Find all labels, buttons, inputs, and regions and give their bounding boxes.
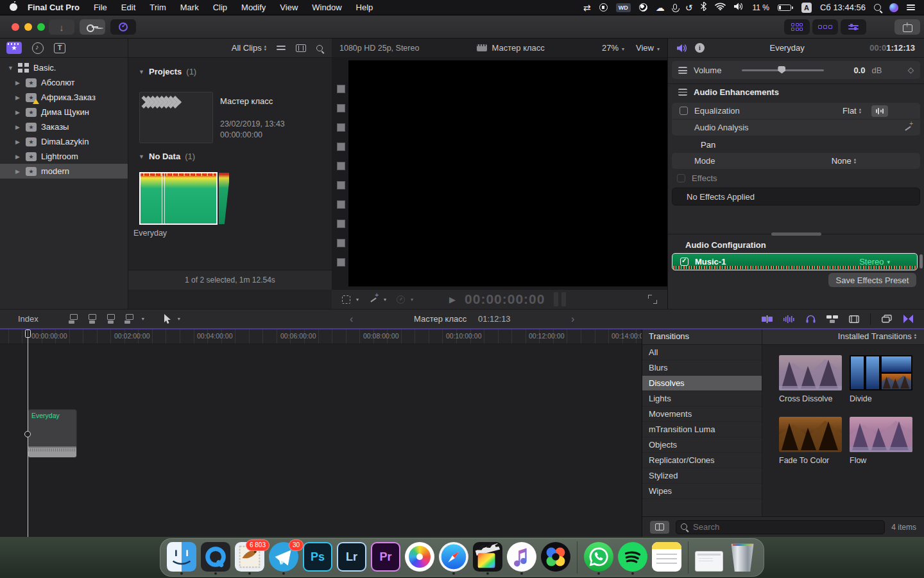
save-effects-preset-button[interactable]: Save Effects Preset: [828, 273, 916, 287]
filmstrip-view-icon[interactable]: [296, 44, 306, 52]
dock-minimized-window[interactable]: [695, 542, 723, 575]
equalization-checkbox[interactable]: [680, 107, 688, 115]
nodata-section-header[interactable]: ▼ No Data (1): [139, 152, 195, 161]
notification-center-icon[interactable]: [907, 4, 915, 10]
close-window-button[interactable]: [12, 23, 19, 31]
disclosure-closed-icon[interactable]: ▶: [15, 153, 21, 160]
play-button[interactable]: ▶: [449, 295, 456, 304]
audio-inspector-icon[interactable]: [677, 44, 689, 53]
index-button[interactable]: Index: [18, 314, 38, 324]
project-thumbnail[interactable]: [139, 92, 213, 143]
crop-tool-icon[interactable]: [342, 295, 350, 304]
volume-slider[interactable]: [742, 69, 824, 71]
spotlight-icon[interactable]: [874, 4, 881, 11]
event-row[interactable]: ▶ DimaLazykin: [0, 134, 128, 149]
dock-lightroom[interactable]: [337, 542, 366, 575]
transition-divide-thumb[interactable]: [850, 355, 912, 390]
microphone-icon[interactable]: [673, 4, 677, 10]
timeline-ruler[interactable]: 00:00:00:00 00:02:00:00 00:04:00:00 00:0…: [0, 328, 642, 344]
toggle-timeline-button[interactable]: [812, 19, 838, 35]
dock-photos[interactable]: [405, 542, 434, 575]
share-button[interactable]: [894, 19, 920, 35]
menu-modify[interactable]: Modify: [234, 3, 273, 12]
category-mtransition-luma[interactable]: mTransition Luma: [642, 422, 762, 437]
parameter-menu-icon[interactable]: [678, 67, 687, 74]
wd-drive-icon[interactable]: WD: [616, 3, 631, 12]
channel-checkbox[interactable]: [680, 258, 689, 266]
installed-transitions-dropdown[interactable]: Installed Transitions ▴▾: [762, 328, 924, 345]
playhead-handle[interactable]: [25, 329, 31, 338]
dock-trash[interactable]: [728, 542, 757, 575]
volume-icon[interactable]: [734, 3, 744, 12]
projects-section-header[interactable]: ▼ Projects (1): [139, 67, 196, 76]
auto-enhance-wand-icon[interactable]: [903, 123, 912, 132]
pause-status-icon[interactable]: [599, 3, 608, 12]
splitter-handle[interactable]: [771, 232, 821, 236]
pan-mode-dropdown[interactable]: None ▴▾: [832, 156, 856, 166]
parameter-menu-icon[interactable]: [678, 89, 687, 96]
audio-skimming-icon[interactable]: [783, 315, 795, 323]
disclosure-closed-icon[interactable]: ▶: [15, 139, 21, 145]
category-wipes[interactable]: Wipes: [642, 484, 762, 499]
video-canvas[interactable]: [348, 60, 667, 286]
info-inspector-icon[interactable]: i: [695, 43, 705, 53]
toggle-inspector-button[interactable]: [841, 19, 866, 35]
eq-editor-button[interactable]: [871, 105, 888, 117]
input-source-icon[interactable]: A: [801, 3, 812, 13]
disclosure-closed-icon[interactable]: ▶: [15, 94, 21, 101]
snapping-icon[interactable]: [826, 315, 838, 323]
menu-window[interactable]: Window: [305, 3, 348, 12]
dock-quicktime[interactable]: [201, 542, 230, 575]
inspector-scrollbar[interactable]: [920, 254, 923, 268]
effects-checkbox[interactable]: [677, 174, 685, 182]
category-stylized[interactable]: Stylized: [642, 468, 762, 484]
trim-tool-icon[interactable]: [762, 315, 773, 323]
event-row[interactable]: ▶ Заказы: [0, 119, 128, 134]
menu-help[interactable]: Help: [349, 3, 381, 12]
menu-clock[interactable]: Сб 13:44:56: [820, 3, 866, 12]
disclosure-open-icon[interactable]: ▼: [8, 65, 13, 71]
equalization-dropdown[interactable]: Flat ▴▾: [843, 106, 861, 116]
pane-splitter[interactable]: [668, 234, 924, 234]
tool-selector-dropdown[interactable]: ▾: [164, 314, 180, 324]
disclosure-closed-icon[interactable]: ▶: [15, 109, 21, 116]
event-row[interactable]: ▶ Африка.Заказ: [0, 90, 128, 105]
volume-slider-thumb[interactable]: [778, 66, 785, 74]
transitions-search-input[interactable]: [676, 520, 885, 534]
event-row[interactable]: ▶ Дима Щукин: [0, 105, 128, 119]
background-tasks-button[interactable]: [110, 19, 136, 35]
wifi-icon[interactable]: [715, 3, 726, 12]
disclosure-open-icon[interactable]: ▼: [139, 69, 144, 75]
event-row-selected[interactable]: ▶ modern: [0, 164, 128, 179]
minimize-window-button[interactable]: [24, 23, 32, 31]
menu-view[interactable]: View: [273, 3, 305, 12]
category-movements[interactable]: Movements: [642, 407, 762, 422]
clip-filter-dropdown[interactable]: All Clips ▴▾: [232, 43, 266, 53]
library-row-basic[interactable]: ▼ Basic.: [0, 60, 128, 75]
dock-premiere[interactable]: [371, 542, 400, 575]
menu-file[interactable]: File: [87, 3, 114, 12]
sync-status-icon[interactable]: ⇄: [583, 3, 591, 12]
fade-handle-icon[interactable]: [24, 431, 31, 437]
browser-search-icon[interactable]: [316, 45, 323, 51]
dock-safari[interactable]: [439, 542, 468, 575]
effects-browser-icon[interactable]: [849, 315, 859, 323]
toggle-browser-button[interactable]: [784, 19, 810, 35]
timeline-back-arrow[interactable]: ‹: [350, 313, 353, 325]
audio-clip-thumbnail[interactable]: [139, 172, 229, 225]
connect-edit-icon[interactable]: [69, 314, 78, 324]
siri-icon[interactable]: [889, 3, 898, 12]
dock-notes[interactable]: [652, 542, 681, 575]
timeline-forward-arrow[interactable]: ›: [571, 313, 574, 325]
timeline-clip-everyday[interactable]: Everyday: [28, 409, 77, 458]
channel-mode-dropdown[interactable]: Stereo ▾: [859, 257, 890, 267]
category-objects[interactable]: Objects: [642, 437, 762, 453]
cloud-upload-icon[interactable]: ☁: [656, 3, 665, 12]
disclosure-closed-icon[interactable]: ▶: [15, 80, 21, 86]
overwrite-edit-dropdown[interactable]: ▾: [120, 314, 144, 324]
event-row[interactable]: ▶ Lightroom: [0, 149, 128, 164]
audio-meters[interactable]: [554, 292, 566, 306]
dock-finder[interactable]: [167, 542, 196, 575]
category-blurs[interactable]: Blurs: [642, 360, 762, 376]
zoom-window-button[interactable]: [37, 23, 45, 31]
